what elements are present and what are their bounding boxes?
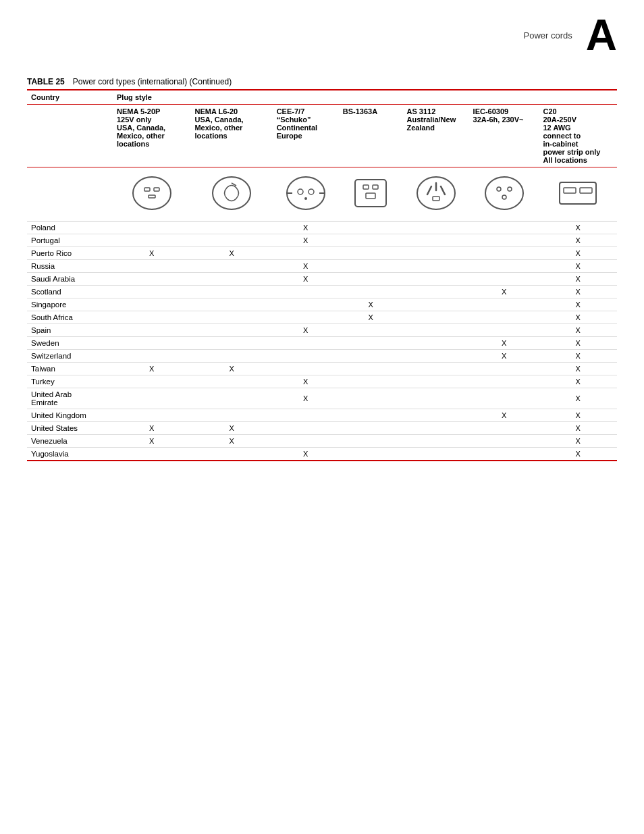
data-cell-col3: X — [273, 388, 339, 409]
data-cell-col4 — [339, 221, 403, 234]
data-cell-col2 — [190, 298, 272, 311]
data-cell-col3 — [273, 286, 339, 298]
data-cell-col1: X — [113, 363, 190, 375]
data-cell-col7: X — [539, 363, 618, 375]
data-cell-col1 — [113, 286, 190, 298]
data-cell-col1 — [113, 409, 190, 422]
data-cell-col3 — [273, 435, 339, 448]
data-cell-col6 — [469, 273, 539, 286]
svg-point-22 — [497, 187, 501, 191]
data-cell-col4 — [339, 388, 403, 409]
plug-img-cee — [273, 167, 339, 221]
cee-line2: “Schuko” — [277, 115, 311, 124]
country-cell: United ArabEmirate — [27, 388, 113, 409]
data-cell-col6 — [469, 448, 539, 461]
data-cell-col7: X — [539, 448, 618, 461]
data-cell-col1 — [113, 221, 190, 234]
data-cell-col2: X — [190, 247, 272, 260]
data-cell-col7: X — [539, 298, 618, 311]
nema5-line5: locations — [117, 140, 149, 148]
col-nemal6-header: NEMA L6-20 USA, Canada, Mexico, other lo… — [190, 105, 272, 167]
data-cell-col3 — [273, 409, 339, 422]
data-cell-col4 — [339, 350, 403, 363]
c20-line7: All locations — [543, 156, 587, 164]
data-cell-col4 — [339, 448, 403, 461]
c20-line4: connect to — [543, 132, 581, 140]
svg-rect-14 — [373, 185, 378, 189]
nema5-line1: NEMA 5-20P — [117, 107, 160, 115]
data-cell-col7: X — [539, 375, 618, 388]
country-cell: Russia — [27, 260, 113, 273]
svg-rect-2 — [154, 188, 159, 191]
c20-line2: 20A-250V — [543, 115, 577, 124]
col-as-header: AS 3112 Australia/New Zealand — [402, 105, 468, 167]
data-cell-col7: X — [539, 409, 618, 422]
nema5-line2: 125V only — [117, 115, 151, 124]
col-country-header: Country — [27, 90, 113, 105]
svg-rect-26 — [564, 188, 576, 193]
data-cell-col2 — [190, 375, 272, 388]
nemal6-line1: NEMA L6-20 — [194, 107, 238, 115]
data-cell-col1: X — [113, 435, 190, 448]
data-cell-col4 — [339, 260, 403, 273]
data-cell-col5 — [402, 286, 468, 298]
data-cell-col3: X — [273, 234, 339, 247]
data-cell-col7: X — [539, 435, 618, 448]
data-cell-col5 — [402, 435, 468, 448]
country-cell: Taiwan — [27, 363, 113, 375]
nemal6-line4: locations — [194, 132, 227, 140]
data-cell-col5 — [402, 298, 468, 311]
col-c20-header: C20 20A-250V 12 AWG connect to in-cabine… — [539, 105, 618, 167]
svg-rect-1 — [144, 188, 150, 191]
data-cell-col3: X — [273, 375, 339, 388]
data-cell-col2: X — [190, 435, 272, 448]
data-cell-col2 — [190, 388, 272, 409]
data-cell-col1 — [113, 298, 190, 311]
data-cell-col2 — [190, 350, 272, 363]
table-row: ScotlandXX — [27, 286, 617, 298]
table-row: United KingdomXX — [27, 409, 617, 422]
col-cee-header: CEE-7/7 “Schuko” Continental Europe — [273, 105, 339, 167]
data-cell-col3: X — [273, 221, 339, 234]
c20-line1: C20 — [543, 107, 557, 115]
as-line3: Zealand — [406, 124, 435, 132]
plug-img-iec — [469, 167, 539, 221]
data-cell-col3: X — [273, 324, 339, 337]
cee-line3: Continental — [277, 124, 318, 132]
data-cell-col4 — [339, 234, 403, 247]
table-row: SwitzerlandXX — [27, 350, 617, 363]
country-cell: United States — [27, 422, 113, 435]
plug-img-bs — [339, 167, 403, 221]
data-cell-col5 — [402, 337, 468, 350]
data-cell-col4 — [339, 337, 403, 350]
table-label: TABLE 25 — [27, 77, 65, 86]
table-body: PolandXXPortugalXXPuerto RicoXXXRussiaXX… — [27, 221, 617, 461]
as-icon — [412, 173, 460, 213]
table-row: PortugalXX — [27, 234, 617, 247]
nema5-line4: Mexico, other — [117, 132, 165, 140]
iec-line2: 32A-6h, 230V~ — [473, 115, 524, 124]
data-cell-col7: X — [539, 337, 618, 350]
data-cell-col6 — [469, 375, 539, 388]
data-cell-col5 — [402, 448, 468, 461]
cee-line4: Europe — [277, 132, 302, 140]
plug-img-nemal6 — [190, 167, 272, 221]
table-row: United StatesXXX — [27, 422, 617, 435]
data-cell-col2 — [190, 221, 272, 234]
data-cell-col6 — [469, 388, 539, 409]
svg-point-23 — [508, 187, 512, 191]
iec-icon — [481, 173, 528, 213]
data-cell-col2 — [190, 273, 272, 286]
svg-point-9 — [304, 197, 307, 200]
country-cell: Yugoslavia — [27, 448, 113, 461]
svg-point-21 — [485, 177, 523, 209]
data-cell-col7: X — [539, 286, 618, 298]
data-cell-col6: X — [469, 409, 539, 422]
c20-line6: power strip only — [543, 148, 601, 156]
table-row: RussiaXX — [27, 260, 617, 273]
col-empty-header — [27, 105, 113, 167]
data-cell-col7: X — [539, 234, 618, 247]
data-cell-col3 — [273, 298, 339, 311]
data-cell-col6 — [469, 324, 539, 337]
data-cell-col6 — [469, 363, 539, 375]
